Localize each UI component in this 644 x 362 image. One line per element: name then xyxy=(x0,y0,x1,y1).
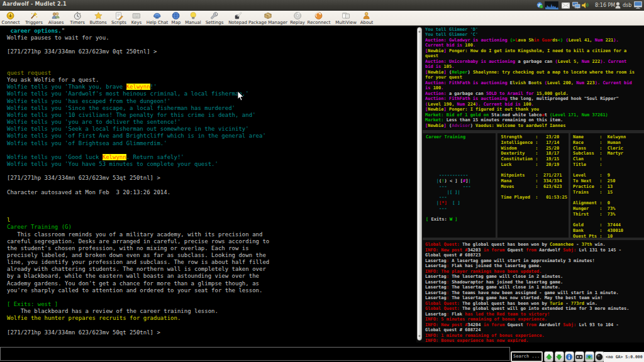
info-button[interactable] xyxy=(565,351,574,362)
toolbar-button-settings[interactable]: Settings xyxy=(206,11,224,25)
toolbar-button-multiview[interactable]: MultiView xyxy=(335,11,357,25)
text-run: Lvl 93 to 104 - xyxy=(576,322,618,327)
screen-capture-button[interactable] xyxy=(585,351,594,362)
text-run: the student's chosen profession, with no… xyxy=(7,245,249,251)
text-run: Gquest xyxy=(508,322,523,327)
toolbar-label: Help Chat xyxy=(147,21,169,25)
display-icon[interactable] xyxy=(634,1,642,9)
toolbar-button-triggers[interactable]: Triggers xyxy=(25,11,43,25)
scroll-up-button[interactable] xyxy=(544,351,553,362)
toolbar-button-helpchat[interactable]: Help Chat xyxy=(147,11,169,25)
ga-status-text: <no GA> S:0.000 xyxy=(604,352,644,362)
map-window[interactable]: Career Training ----------- |(!) < ] [#]… xyxy=(423,133,496,238)
chat-window[interactable]: You tell Glimmer 'D' You tell Glimmer 'C… xyxy=(423,26,644,130)
toolbar-button-notepad[interactable]: Notepad xyxy=(228,11,247,25)
text-run: Auction: Unicornbaby is auctioning xyxy=(425,59,518,64)
text-run: 37th xyxy=(582,242,592,247)
text-run: . xyxy=(452,64,454,69)
text-run: The blackboard has a review of the caree… xyxy=(7,308,218,314)
toolbar-button-manual[interactable]: Manual xyxy=(185,11,201,25)
text-run: Helper xyxy=(452,70,467,75)
character-window[interactable]: Name : Kelwynn Race : Human Class : Cler… xyxy=(570,133,644,238)
text-run: --- xyxy=(426,206,447,211)
text-run: Newbie xyxy=(428,48,443,53)
helpchat-icon xyxy=(153,11,162,20)
text-run: Lasertag xyxy=(425,295,447,300)
toolbar-button-scripts[interactable]: Scripts xyxy=(111,11,126,25)
scrollbar-thumb[interactable] xyxy=(417,27,422,341)
clock[interactable]: 8:16 PM xyxy=(595,3,615,8)
toolbar-label: Map xyxy=(172,21,181,25)
text-run: Flak has joined the lasertag game. xyxy=(449,263,542,268)
text-run: in forum xyxy=(481,322,508,327)
scroll-down-icon xyxy=(555,353,563,361)
text-run: 15,000 gold. xyxy=(536,91,569,96)
toolbar-label: Connect xyxy=(2,21,20,25)
text-run: You tell Glimmer 'D' xyxy=(425,27,478,32)
console-scrollbar[interactable] xyxy=(416,26,423,343)
toolbar-button-about[interactable]: About xyxy=(360,11,374,25)
text-run: Aardwolf xyxy=(539,248,560,253)
system-monitor-icon[interactable] xyxy=(545,1,558,9)
triggers-icon xyxy=(30,11,38,20)
user-icon[interactable] xyxy=(615,2,621,9)
toolbar-button-timers[interactable]: Timers xyxy=(70,11,85,25)
text-run: --- --- xyxy=(426,184,471,189)
text-run: Wolfie tells you 'Good luck xyxy=(7,154,103,160)
text-run: l xyxy=(7,217,10,223)
user-menu-label[interactable]: dsb xyxy=(623,3,631,8)
text-run: Global Quest: xyxy=(425,242,460,247)
about-icon xyxy=(362,11,371,20)
text-run: Num xyxy=(579,59,589,64)
keypad-icon xyxy=(575,353,583,361)
timers-icon xyxy=(73,11,82,20)
text-run: 34203 xyxy=(467,248,480,253)
toolbar-button-reconnect[interactable]: Reconnect xyxy=(308,11,331,25)
toolbar-button-map[interactable]: Map xyxy=(172,11,181,25)
scroll-up-icon xyxy=(545,353,553,361)
stats-window[interactable]: Strength : 23/20 Intelligence : 17/14 Wi… xyxy=(497,133,569,238)
scroll-down-button[interactable] xyxy=(555,351,564,362)
toolbar-label: Scripts xyxy=(111,21,126,25)
toolbar-button-connect[interactable]: Connect xyxy=(2,11,20,25)
toolbar-button-buttons[interactable]: Buttons xyxy=(89,11,106,25)
text-run: ava xyxy=(518,38,526,43)
updates-icon[interactable] xyxy=(536,2,543,8)
text-run: ( xyxy=(447,70,452,75)
text-run: Wolfie tells you 'Thank you, brave xyxy=(7,84,126,90)
events-window[interactable]: Global Quest: The global quest has been … xyxy=(423,240,644,343)
sphere-button[interactable] xyxy=(595,351,604,362)
text-run: Bank : 430010 xyxy=(573,228,623,233)
text-run: Career Training xyxy=(426,134,465,140)
command-input[interactable] xyxy=(0,347,510,361)
remote-screens-icon[interactable] xyxy=(572,2,580,9)
text-run: Luck : 20/19 xyxy=(501,162,560,167)
text-run: INFO: 5 minutes remaining of bonus exper… xyxy=(425,317,547,322)
text-run: [ ] xyxy=(447,200,460,206)
toolbar-button-package[interactable]: Package Manager xyxy=(248,11,287,25)
text-run: Exits: xyxy=(428,217,450,222)
text-run: Auction: FithFath is auctioning xyxy=(425,80,510,85)
text-run: You tell Glimmer 'C' xyxy=(425,32,478,37)
scrollbar-dot xyxy=(419,31,421,33)
mail-icon[interactable] xyxy=(562,3,570,9)
search-input[interactable] xyxy=(512,353,541,361)
main-game-console[interactable]: career options." Wolfie pauses to wait f… xyxy=(0,26,416,343)
toolbar-button-keys[interactable]: Keys xyxy=(131,11,142,25)
text-run: Class : Cleric xyxy=(573,146,623,151)
bottom-bar: <no GA> S:0.000 xyxy=(0,343,644,362)
keypad-button[interactable] xyxy=(575,351,584,362)
toolbar-label: About xyxy=(360,21,374,25)
text-run: ) < ] [ xyxy=(445,178,464,184)
text-run: |[ ]| xyxy=(426,190,460,195)
toolbar-button-aliases[interactable]: Aliases xyxy=(48,11,64,25)
text-run: A lasertag game will start in approximat… xyxy=(449,258,595,263)
toolbar-button-replay[interactable]: Replay xyxy=(290,11,305,25)
text-run: Global Quest: xyxy=(425,301,460,306)
text-run: Level : 9 xyxy=(573,173,610,178)
buttons-icon xyxy=(94,11,103,20)
text-run: . xyxy=(473,43,475,48)
text-run: Lasertag xyxy=(425,285,447,290)
volume-icon[interactable] xyxy=(582,2,589,9)
text-run: Wolfie tells you 'You have 53 minutes to… xyxy=(7,161,218,167)
